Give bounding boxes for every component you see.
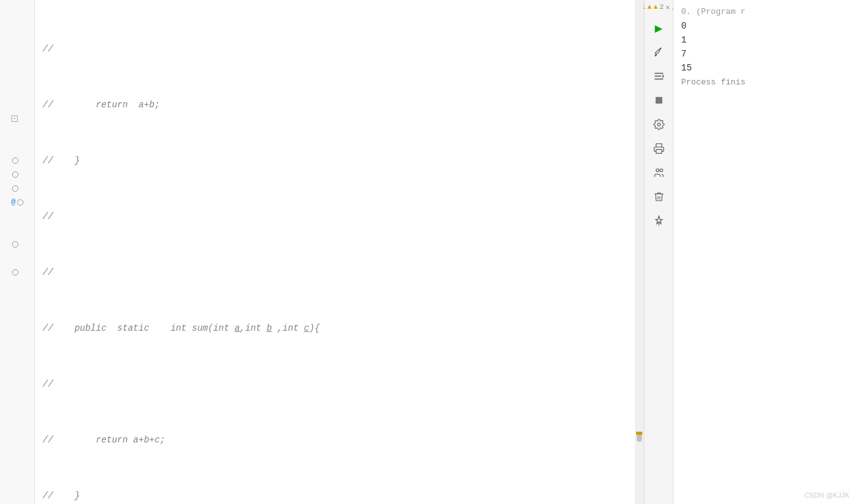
settings-button[interactable] (648, 113, 670, 136)
svg-rect-3 (654, 79, 663, 80)
stop-icon (653, 95, 665, 106)
code-line-5: // (43, 265, 635, 279)
error-count: 2 (660, 3, 664, 11)
line-gutter: - @ (0, 0, 35, 504)
code-line-8: // return a+b+c; (43, 433, 635, 447)
code-line-6: // public static int sum(int a,int b ,in… (43, 321, 635, 335)
watermark: CSDN @KJJK (804, 491, 849, 499)
breakpoint-dot (12, 171, 18, 178)
wrap-lines-button[interactable] (648, 65, 670, 88)
code-line-9: // } (43, 489, 635, 503)
users-icon (653, 167, 665, 178)
x-icon: ✕ (666, 3, 670, 11)
wrap-icon (653, 70, 665, 82)
stop-button[interactable] (648, 89, 670, 112)
run-button[interactable]: ▶ (648, 17, 670, 39)
output-line-0: 0 (681, 19, 849, 33)
delete-button[interactable] (648, 185, 670, 208)
download-button[interactable] (648, 41, 670, 63)
code-line-3: // } (43, 154, 635, 168)
svg-rect-4 (655, 97, 662, 104)
process-status: Process finis (681, 77, 849, 87)
right-toolbar: ⚠ 1 ▲ ▲ 2 ✕ ∧ ∨ ▶ (644, 0, 673, 504)
breakpoint-dot (17, 199, 23, 206)
trash-icon (653, 191, 665, 202)
annotation-marker: @ (11, 198, 15, 207)
breakpoint-dot (12, 269, 18, 275)
wrench-icon (653, 46, 665, 58)
output-line-3: 15 (681, 61, 849, 75)
pin-icon (653, 215, 665, 227)
output-line-1: 1 (681, 33, 849, 47)
svg-point-0 (654, 55, 656, 56)
code-line-1: // (43, 42, 635, 56)
vertical-scrollbar[interactable] (635, 0, 644, 504)
scroll-marker (636, 432, 642, 435)
output-panel: 0. (Program r 0 1 7 15 Process finis CSD… (673, 0, 857, 504)
code-line-2: // return a+b; (43, 98, 635, 112)
output-header: 0. (Program r (681, 5, 849, 19)
printer-icon (653, 143, 665, 154)
users-button[interactable] (648, 161, 670, 184)
code-line-4: // (43, 209, 635, 223)
error-triangle2-icon: ▲ (653, 3, 658, 11)
svg-point-7 (656, 169, 659, 172)
gear-icon (653, 119, 665, 130)
output-line-2: 7 (681, 47, 849, 61)
error-triangle-icon: ▲ (648, 3, 652, 11)
svg-rect-6 (656, 150, 661, 154)
breakpoint-dot (12, 241, 18, 248)
breakpoint-dot (12, 185, 18, 192)
pin-button[interactable] (648, 209, 670, 232)
svg-rect-2 (654, 76, 661, 77)
svg-rect-1 (654, 73, 663, 74)
breakpoint-dot (12, 157, 18, 164)
code-line-7: // (43, 377, 635, 391)
svg-point-8 (660, 169, 663, 172)
print-button[interactable] (648, 137, 670, 160)
code-editor[interactable]: - @ (0, 0, 644, 504)
svg-point-5 (657, 123, 660, 126)
code-lines[interactable]: // // return a+b; // } // // // public s (35, 0, 635, 504)
